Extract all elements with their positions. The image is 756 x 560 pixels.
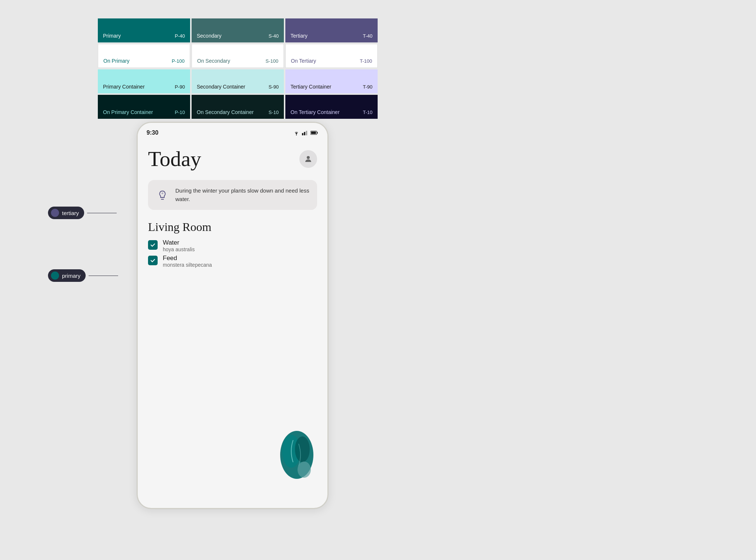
color-cell-primary-100: On Primary P-100 xyxy=(98,44,190,68)
living-room-section: Living Room Water hoya australis xyxy=(148,220,317,268)
annotation-pill-primary: primary xyxy=(48,269,86,282)
cell-code: P-40 xyxy=(175,33,185,39)
svg-rect-2 xyxy=(304,132,305,135)
color-cell-secondary-90: Secondary Container S-90 xyxy=(192,69,284,93)
annotation-tertiary: tertiary xyxy=(48,207,117,219)
cell-label: Primary Container xyxy=(103,84,145,90)
cell-code: T-40 xyxy=(363,33,372,39)
svg-rect-3 xyxy=(306,131,307,135)
cell-label: On Primary Container xyxy=(103,109,153,115)
cell-label: On Tertiary xyxy=(291,58,316,64)
cell-code: S-10 xyxy=(269,110,279,115)
svg-point-0 xyxy=(296,135,297,136)
color-cell-tertiary-40: Tertiary T-40 xyxy=(285,18,378,42)
lightbulb-icon xyxy=(155,188,169,202)
checkmark-icon xyxy=(150,257,156,263)
cell-code: P-100 xyxy=(172,58,185,64)
color-palette-table: Primary P-40 Secondary S-40 Tertiary T-4… xyxy=(98,18,379,119)
color-cell-secondary-10: On Secondary Container S-10 xyxy=(192,95,284,119)
checkmark-icon xyxy=(150,242,156,248)
signal-icon xyxy=(302,130,309,136)
cell-label: Primary xyxy=(103,33,121,39)
cell-code: S-40 xyxy=(269,33,279,39)
cell-code: T-90 xyxy=(363,84,372,90)
cell-code: T-10 xyxy=(363,110,372,115)
task-text-wrap: Feed monstera siltepecana xyxy=(163,255,212,268)
color-cell-primary-10: On Primary Container P-10 xyxy=(98,95,190,119)
status-icons xyxy=(293,130,319,136)
info-card: During the winter your plants slow down … xyxy=(148,180,317,210)
cell-label: Secondary xyxy=(197,33,221,39)
annotation-label-primary: primary xyxy=(62,273,80,279)
checkbox-water[interactable] xyxy=(148,240,158,250)
color-cell-tertiary-100: On Tertiary T-100 xyxy=(285,44,378,68)
annotation-dot-primary xyxy=(51,272,59,280)
status-time: 9:30 xyxy=(147,129,158,136)
color-cell-secondary-100: On Secondary S-100 xyxy=(192,44,284,68)
checkbox-feed[interactable] xyxy=(148,256,158,265)
task-sub: hoya australis xyxy=(163,246,195,252)
svg-rect-6 xyxy=(311,132,316,134)
status-bar: 9:30 xyxy=(138,123,327,139)
cell-label: Tertiary Container xyxy=(291,84,331,90)
task-item: Water hoya australis xyxy=(148,239,317,252)
phone-screen: 9:30 xyxy=(137,122,329,509)
annotation-label-tertiary: tertiary xyxy=(62,210,79,216)
cell-code: S-90 xyxy=(269,84,279,90)
task-main: Feed xyxy=(163,255,212,262)
task-list: Water hoya australis Feed xyxy=(148,239,317,268)
svg-point-8 xyxy=(162,192,164,194)
svg-point-7 xyxy=(307,156,310,159)
color-cell-secondary-40: Secondary S-40 xyxy=(192,18,284,42)
wifi-icon xyxy=(293,130,300,136)
cell-code: P-10 xyxy=(175,110,185,115)
cell-label: On Primary xyxy=(103,58,130,64)
phone-mockup: 9:30 xyxy=(137,122,329,546)
info-card-text: During the winter your plants slow down … xyxy=(175,187,310,203)
cell-label: Tertiary xyxy=(291,33,307,39)
annotation-line-tertiary xyxy=(87,213,117,213)
color-cell-tertiary-10: On Tertiary Container T-10 xyxy=(285,95,378,119)
color-cell-tertiary-90: Tertiary Container T-90 xyxy=(285,69,378,93)
annotation-line-primary xyxy=(89,276,118,276)
cell-code: T-100 xyxy=(360,58,372,64)
section-title: Living Room xyxy=(148,220,317,234)
user-icon xyxy=(304,155,313,163)
color-cell-primary-40: Primary P-40 xyxy=(98,18,190,42)
annotation-dot-tertiary xyxy=(51,209,59,217)
annotation-primary: primary xyxy=(48,269,118,282)
color-cell-primary-90: Primary Container P-90 xyxy=(98,69,190,93)
svg-rect-1 xyxy=(302,133,303,135)
avatar-button[interactable] xyxy=(299,150,317,168)
battery-icon xyxy=(310,130,319,136)
task-sub: monstera siltepecana xyxy=(163,262,212,268)
cell-label: On Tertiary Container xyxy=(291,109,340,115)
app-header: Today xyxy=(148,146,317,171)
annotation-pill-tertiary: tertiary xyxy=(48,207,84,219)
app-content: Today During the winter y xyxy=(138,139,327,275)
cell-label: On Secondary xyxy=(197,58,230,64)
cell-label: On Secondary Container xyxy=(197,109,254,115)
page-title: Today xyxy=(148,146,201,171)
cell-code: P-90 xyxy=(175,84,185,90)
svg-rect-5 xyxy=(317,132,317,134)
task-main: Water xyxy=(163,239,195,246)
task-text-wrap: Water hoya australis xyxy=(163,239,195,252)
cell-code: S-100 xyxy=(265,58,278,64)
cell-label: Secondary Container xyxy=(197,84,245,90)
task-item: Feed monstera siltepecana xyxy=(148,255,317,268)
